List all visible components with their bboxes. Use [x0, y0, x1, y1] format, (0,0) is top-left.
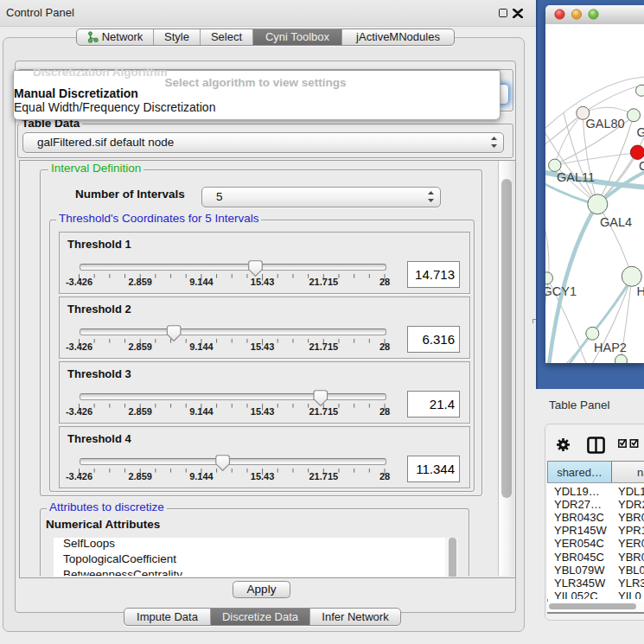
svg-text:GAL4: GAL4 — [600, 214, 632, 228]
svg-text:GA: GA — [637, 124, 644, 138]
svg-text:GAL11: GAL11 — [557, 169, 595, 183]
svg-text:C: C — [639, 158, 644, 172]
svg-text:GCY1: GCY1 — [545, 284, 577, 297]
svg-text:HI: HI — [637, 284, 644, 297]
svg-text:GAL80: GAL80 — [586, 117, 625, 131]
svg-text:HAP2: HAP2 — [594, 340, 627, 354]
